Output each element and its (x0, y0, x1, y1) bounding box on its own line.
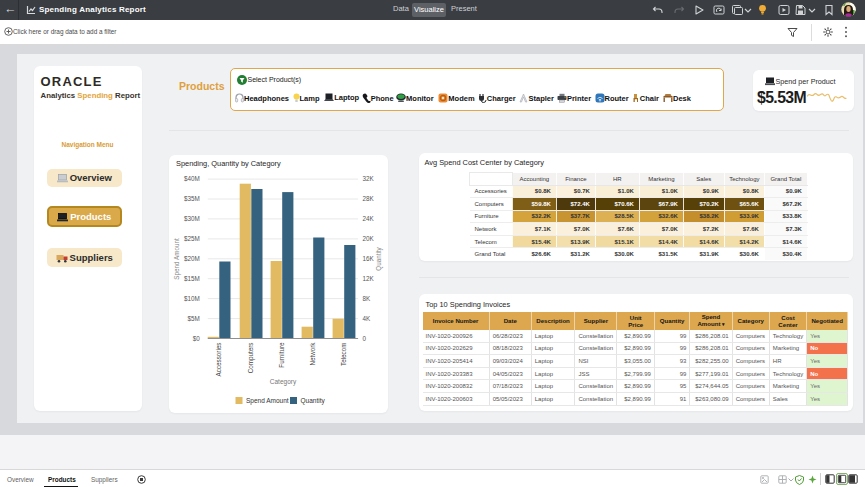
svg-text:Category: Category (270, 378, 297, 386)
svg-text:Accessories: Accessories (215, 342, 222, 376)
svg-text:24K: 24K (362, 215, 374, 222)
svg-text:Spend Amount: Spend Amount (246, 397, 289, 405)
svg-text:$35M: $35M (184, 195, 200, 202)
svg-text:Spend Amount: Spend Amount (173, 238, 181, 280)
svg-text:Telecom: Telecom (340, 342, 347, 365)
svg-text:32K: 32K (362, 175, 374, 182)
svg-text:$30M: $30M (184, 215, 200, 222)
svg-text:$0: $0 (193, 334, 201, 341)
svg-text:12K: 12K (362, 274, 374, 281)
svg-text:20K: 20K (362, 235, 374, 242)
svg-text:16K: 16K (362, 255, 374, 262)
svg-text:8K: 8K (362, 294, 371, 301)
svg-text:Network: Network (309, 341, 316, 365)
svg-text:28K: 28K (362, 195, 374, 202)
svg-text:4K: 4K (362, 314, 371, 321)
svg-text:$15M: $15M (184, 274, 200, 281)
svg-text:$40M: $40M (184, 175, 200, 182)
svg-text:Furniture: Furniture (278, 342, 285, 368)
svg-text:Computers: Computers (247, 342, 255, 373)
svg-text:$20M: $20M (184, 255, 200, 262)
svg-text:$10M: $10M (184, 294, 200, 301)
svg-text:Quantity: Quantity (301, 397, 326, 405)
svg-text:Quantity: Quantity (375, 246, 383, 270)
svg-text:0: 0 (362, 334, 366, 341)
svg-text:$5M: $5M (187, 314, 199, 321)
svg-text:$25M: $25M (184, 235, 200, 242)
svg-text:Spending, Quantity by Category: Spending, Quantity by Category (176, 159, 281, 168)
